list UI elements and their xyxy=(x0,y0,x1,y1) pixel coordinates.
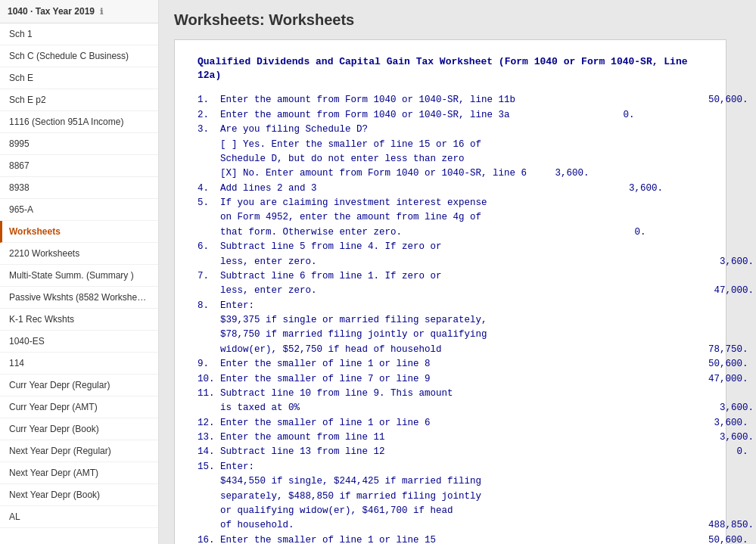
worksheet-line: widow(er), $52,750 if head of household … xyxy=(198,343,703,357)
app-title: 1040 · Tax Year 2019 xyxy=(8,6,95,17)
worksheet-line: 5. If you are claiming investment intere… xyxy=(198,196,703,210)
main-content: Worksheets: Worksheets Qualified Dividen… xyxy=(159,0,756,544)
sidebar-item[interactable]: Next Year Depr (Regular) xyxy=(0,440,158,462)
worksheet-line: less, enter zero. 47,000. xyxy=(198,284,703,298)
sidebar-item[interactable]: 1116 (Section 951A Income) xyxy=(0,111,158,133)
worksheet-line: 16. Enter the smaller of line 1 or line … xyxy=(198,533,703,544)
worksheet-line: separately, $488,850 if married filing j… xyxy=(198,490,703,504)
sidebar-item[interactable]: 8867 xyxy=(0,155,158,177)
worksheet-body: 1. Enter the amount from Form 1040 or 10… xyxy=(198,93,703,544)
worksheet-line: is taxed at 0% 3,600. xyxy=(198,401,703,415)
worksheet-line: [ ] Yes. Enter the smaller of line 15 or… xyxy=(198,138,703,152)
worksheet-line: 2. Enter the amount from Form 1040 or 10… xyxy=(198,108,703,123)
sidebar-item[interactable]: Curr Year Depr (Regular) xyxy=(0,375,158,396)
sidebar-item[interactable]: 8938 xyxy=(0,177,158,199)
sidebar-item[interactable]: Sch 1 xyxy=(0,23,158,45)
sidebar-item[interactable]: Worksheets xyxy=(0,221,158,243)
sidebar-item[interactable]: 2210 Worksheets xyxy=(0,243,158,265)
worksheet-container: Qualified Dividends and Capital Gain Tax… xyxy=(174,39,726,544)
worksheet-title: Qualified Dividends and Capital Gain Tax… xyxy=(198,55,703,82)
worksheet-line: [X] No. Enter amount from Form 1040 or 1… xyxy=(198,166,703,181)
sidebar-item[interactable]: 8995 xyxy=(0,133,158,155)
sidebar-item[interactable]: 965-A xyxy=(0,199,158,221)
worksheet-line: 3. Are you filing Schedule D? xyxy=(198,123,703,137)
sidebar-item[interactable]: Curr Year Depr (Book) xyxy=(0,418,158,440)
worksheet-line: 11. Subtract line 10 from line 9. This a… xyxy=(198,387,703,401)
sidebar-item[interactable]: K-1 Rec Wkshts xyxy=(0,309,158,331)
worksheet-line: $434,550 if single, $244,425 if married … xyxy=(198,474,703,489)
worksheet-line: Schedule D, but do not enter less than z… xyxy=(198,152,703,166)
worksheet-line: 14. Subtract line 13 from line 12 0. xyxy=(198,445,703,459)
worksheet-line: 4. Add lines 2 and 3 3,600. xyxy=(198,182,703,196)
sidebar-header: 1040 · Tax Year 2019 ℹ xyxy=(0,0,158,23)
worksheet-line: 7. Subtract line 6 from line 1. If zero … xyxy=(198,269,703,284)
worksheet-line: 6. Subtract line 5 from line 4. If zero … xyxy=(198,240,703,254)
sidebar-item[interactable]: Sch C (Schedule C Business) xyxy=(0,45,158,67)
worksheet-line: less, enter zero. 3,600. xyxy=(198,255,703,269)
sidebar-item[interactable]: Next Year Depr (AMT) xyxy=(0,462,158,484)
sidebar-item[interactable]: Next Year Depr (Book) xyxy=(0,484,158,506)
page-title: Worksheets: Worksheets xyxy=(174,11,741,29)
worksheet-line: 15. Enter: xyxy=(198,460,703,474)
worksheet-line: 8. Enter: xyxy=(198,299,703,313)
sidebar-item[interactable]: Passive Wkshts (8582 Worksheets) xyxy=(0,287,158,309)
info-icon: ℹ xyxy=(100,7,103,16)
sidebar-item[interactable]: 114 xyxy=(0,353,158,375)
worksheet-line: or qualifying widow(er), $461,700 if hea… xyxy=(198,504,703,518)
sidebar-item[interactable]: Curr Year Depr (AMT) xyxy=(0,396,158,418)
worksheet-line: 12. Enter the smaller of line 1 or line … xyxy=(198,416,703,431)
worksheet-line: that form. Otherwise enter zero. 0. xyxy=(198,225,703,240)
sidebar-item[interactable]: Multi-State Summ. (Summary ) xyxy=(0,265,158,287)
sidebar-item[interactable]: 1040-ES xyxy=(0,331,158,353)
worksheet-line: $78,750 if married filing jointly or qua… xyxy=(198,328,703,342)
worksheet-line: 10. Enter the smaller of line 7 or line … xyxy=(198,372,703,387)
worksheet-line: 1. Enter the amount from Form 1040 or 10… xyxy=(198,93,703,107)
worksheet-line: on Form 4952, enter the amount from line… xyxy=(198,210,703,225)
sidebar-item[interactable]: Sch E p2 xyxy=(0,89,158,111)
sidebar-items: Sch 1Sch C (Schedule C Business)Sch ESch… xyxy=(0,23,158,528)
worksheet-line: 9. Enter the smaller of line 1 or line 8… xyxy=(198,357,703,371)
sidebar-item[interactable]: Sch E xyxy=(0,67,158,89)
worksheet-line: 13. Enter the amount from line 11 3,600. xyxy=(198,431,703,445)
worksheet-line: of household. 488,850. xyxy=(198,518,703,533)
sidebar: 1040 · Tax Year 2019 ℹ Sch 1Sch C (Sched… xyxy=(0,0,159,544)
sidebar-item[interactable]: AL xyxy=(0,506,158,528)
worksheet-line: $39,375 if single or married filing sepa… xyxy=(198,313,703,328)
